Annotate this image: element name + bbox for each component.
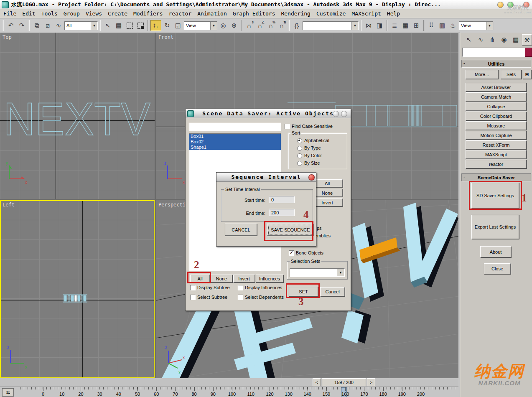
seq-close-icon[interactable]	[308, 174, 315, 181]
reference-coordinate-combo[interactable]: View▼	[184, 21, 217, 30]
sds-minimize-icon[interactable]	[333, 111, 339, 117]
menu-edit[interactable]: Edit	[22, 10, 35, 17]
quick-render-teapot-icon[interactable]: ♨	[448, 20, 458, 31]
sort-radio-by-size[interactable]	[297, 161, 302, 166]
bottom-button-influences[interactable]: Influences	[256, 275, 283, 282]
side-button-invert[interactable]: Invert	[312, 198, 343, 206]
utility-button-measure[interactable]: Measure	[466, 121, 527, 130]
utility-button-color-clipboard[interactable]: Color Clipboard	[466, 112, 527, 120]
utility-button-reactor[interactable]: reactor	[466, 160, 527, 168]
viewport-left[interactable]: Left z y	[0, 200, 155, 378]
sort-radio-by-color[interactable]	[297, 153, 302, 158]
checkbox-display-subtree[interactable]	[190, 285, 196, 290]
menu-graph-editors[interactable]: Graph Editors	[233, 10, 275, 17]
edit-named-selection-icon[interactable]: {}	[292, 20, 302, 31]
checkbox-select-subtree[interactable]	[190, 295, 196, 300]
menu-create[interactable]: Create	[108, 10, 127, 17]
track-bar-ruler[interactable]: 0102030405060708090100110120130140150160…	[0, 387, 458, 397]
tab-create[interactable]: ↖	[463, 34, 474, 45]
sds-dialog-titlebar[interactable]: Scene Data Saver: Active Objects	[186, 109, 351, 118]
render-setup-icon[interactable]: ▥	[437, 20, 447, 31]
curve-editor-icon[interactable]: ▦	[400, 20, 410, 31]
menu-tools[interactable]: Tools	[41, 10, 58, 17]
menu-file[interactable]: File	[3, 10, 16, 17]
side-button-none[interactable]: None	[312, 189, 343, 197]
object-name-field[interactable]	[462, 48, 525, 57]
list-item-box01[interactable]: Box01	[189, 134, 281, 139]
layer-manager-icon[interactable]: ≣	[389, 20, 400, 31]
utility-button-asset-browser[interactable]: Asset Browser	[466, 83, 527, 92]
current-frame-button[interactable]: 159 / 200	[322, 378, 366, 386]
cancel-button-seq[interactable]: CANCEL	[225, 224, 257, 236]
use-pivot-center-icon[interactable]: ◎	[218, 20, 228, 31]
select-manipulate-icon[interactable]: ⊕	[229, 20, 239, 31]
utilities-rollout-header[interactable]: -Utilities	[461, 60, 531, 68]
sds-search-input[interactable]	[189, 123, 281, 131]
more-button[interactable]: More...	[466, 70, 498, 79]
tab-utilities[interactable]: ⚒	[522, 34, 532, 46]
mini-trackbar-toggle-icon[interactable]: ⇆	[2, 388, 14, 397]
bone-objects-checkbox[interactable]: ✓	[289, 250, 294, 256]
schematic-view-icon[interactable]: ⊞	[411, 20, 421, 31]
side-button-all[interactable]: All	[312, 179, 343, 187]
utility-button-collapse[interactable]: Collapse	[466, 102, 527, 111]
sort-radio-alphabetical[interactable]	[297, 138, 302, 143]
tab-hierarchy[interactable]: ⋔	[487, 34, 498, 45]
tab-motion[interactable]: ◉	[499, 34, 509, 45]
start-time-field[interactable]: 0	[269, 196, 295, 203]
export-last-settings-button[interactable]: Export Last Settings	[471, 215, 519, 239]
minimize-button[interactable]	[497, 2, 504, 8]
sort-radio-by-type[interactable]	[297, 146, 302, 151]
viewport-top[interactable]: Top NEXTV y x	[0, 33, 155, 199]
tab-display[interactable]: ▦	[510, 34, 521, 45]
utilities-config-icon[interactable]: ⊞	[523, 70, 531, 79]
select-and-scale-icon[interactable]: ◱	[173, 20, 183, 31]
redo-icon[interactable]: ↷	[17, 20, 27, 31]
utility-button-maxscript[interactable]: MAXScript	[466, 150, 527, 159]
spinner-snap-icon[interactable]: ∩⇅	[277, 20, 287, 31]
tab-modify[interactable]: ∿	[475, 34, 486, 45]
cancel-button-sds[interactable]: Cancel	[320, 287, 345, 296]
scenedata-saver-rollout-header[interactable]: -SceneData Saver	[461, 173, 531, 181]
checkbox-display-influences[interactable]	[238, 285, 243, 290]
named-selection-combo[interactable]: ▼	[303, 21, 359, 30]
rectangular-selection-icon[interactable]	[125, 20, 135, 31]
about-button[interactable]: About	[480, 246, 511, 257]
menu-help[interactable]: Help	[387, 10, 400, 17]
bottom-button-none[interactable]: None	[211, 275, 232, 282]
menu-animation[interactable]: Animation	[197, 10, 227, 17]
bottom-button-invert[interactable]: Invert	[233, 275, 255, 282]
sds-close-icon[interactable]	[341, 111, 347, 117]
percent-snap-icon[interactable]: ∩%	[266, 20, 276, 31]
seq-dialog-titlebar[interactable]: Sequence Interval	[216, 173, 316, 182]
list-item-box02[interactable]: Box02	[189, 139, 281, 145]
select-and-rotate-icon[interactable]: ↻	[162, 20, 172, 31]
time-slider-track[interactable]	[0, 378, 458, 387]
utility-button-reset-xform[interactable]: Reset XForm	[466, 140, 527, 149]
previous-frame-button[interactable]: <	[313, 378, 321, 386]
viewport-divider-vertical[interactable]	[155, 33, 156, 378]
checkbox-select-dependents[interactable]	[238, 295, 243, 300]
bind-to-spacewarp-icon[interactable]: ∿	[53, 20, 64, 31]
crossing-selection-icon[interactable]	[135, 20, 145, 31]
menu-reactor[interactable]: reactor	[168, 10, 191, 17]
chevron-down-icon[interactable]: ▼	[337, 269, 344, 276]
render-view-combo[interactable]: View▼	[459, 21, 493, 30]
sets-button[interactable]: Sets	[501, 70, 522, 79]
select-object-icon[interactable]: ↖	[103, 20, 113, 31]
align-icon[interactable]: ◨	[374, 20, 384, 31]
select-and-move-icon[interactable]: ↔↔	[150, 20, 161, 31]
list-item-shape1[interactable]: Shape1	[189, 145, 281, 150]
material-editor-icon[interactable]: ⠿	[426, 20, 436, 31]
selection-sets-dropdown[interactable]: ▼	[290, 268, 345, 277]
menu-modifiers[interactable]: Modifiers	[133, 10, 163, 17]
select-and-link-icon[interactable]: ⧉	[32, 20, 42, 31]
selection-filter-combo[interactable]: All▼	[64, 21, 98, 30]
menu-maxscript[interactable]: MAXScript	[351, 10, 381, 17]
end-time-field[interactable]: 200	[269, 209, 295, 216]
close-button-panel[interactable]: Close	[484, 263, 511, 274]
undo-icon[interactable]: ↶	[6, 20, 16, 31]
menu-group[interactable]: Group	[64, 10, 80, 17]
menu-customize[interactable]: Customize	[316, 10, 346, 17]
angle-snap-icon[interactable]: ∩∠	[255, 20, 265, 31]
